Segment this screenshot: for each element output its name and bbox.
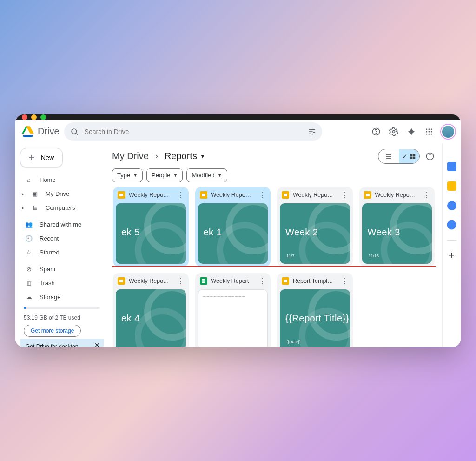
help-icon[interactable]: [370, 126, 382, 137]
file-thumbnail: — — — — — — — — — — — —: [198, 289, 268, 347]
file-thumbnail: Week 311/13: [362, 203, 432, 264]
chevron-down-icon: ▼: [200, 153, 205, 160]
sidebar-item-shared[interactable]: 👥Shared with me: [20, 218, 104, 232]
drive-logo[interactable]: Drive: [22, 126, 60, 137]
svg-point-0: [72, 129, 77, 134]
window-zoom[interactable]: [40, 114, 46, 120]
sidebar-item-home[interactable]: ⌂Home: [20, 173, 104, 187]
window-minimize[interactable]: [31, 114, 37, 120]
svg-point-11: [426, 133, 427, 134]
sidebar-item-mydrive[interactable]: ▸▣My Drive: [20, 187, 104, 201]
svg-point-10: [431, 131, 432, 132]
keep-icon[interactable]: [447, 181, 456, 191]
sidebar-item-label: Trash: [40, 280, 55, 287]
more-icon[interactable]: ⋮: [257, 277, 268, 286]
new-button[interactable]: New: [20, 148, 63, 167]
file-card[interactable]: Weekly Report Presen…⋮Week 311/13: [359, 187, 435, 267]
svg-point-7: [431, 128, 432, 130]
breadcrumb-parent[interactable]: My Drive: [112, 151, 149, 161]
search-bar[interactable]: [64, 122, 322, 141]
chevron-down-icon: ▼: [173, 173, 178, 178]
calendar-icon[interactable]: [447, 162, 456, 171]
sidebar-item-storage[interactable]: ☁Storage: [20, 290, 104, 304]
add-addon-icon[interactable]: +: [447, 251, 456, 260]
slides-icon: [282, 277, 289, 285]
apps-icon[interactable]: [423, 126, 435, 137]
info-icon[interactable]: [424, 151, 436, 162]
file-card[interactable]: Report Template⋮{{Report Title}}{{Date}}: [277, 273, 353, 347]
chip-modified[interactable]: Modified▼: [186, 168, 227, 182]
top-right-icons: [370, 125, 455, 139]
get-more-storage-button[interactable]: Get more storage: [24, 325, 81, 337]
desktop-promo: ✕ Get Drive for desktop Download: [20, 339, 104, 347]
contacts-icon[interactable]: [447, 220, 456, 230]
caret-icon: ▸: [22, 205, 24, 210]
chip-people[interactable]: People▼: [146, 168, 183, 182]
svg-point-12: [429, 133, 430, 134]
home-icon: ⌂: [25, 176, 33, 183]
drive-icon: [22, 126, 34, 137]
svg-point-20: [430, 154, 430, 155]
account-avatar[interactable]: [441, 125, 455, 139]
file-title: Report Template: [293, 278, 335, 284]
browser-window: Drive: [15, 114, 461, 347]
trash-icon: 🗑: [25, 280, 33, 287]
file-card[interactable]: Weekly Report Presen…⋮ek 4: [113, 273, 189, 347]
sidebar-item-starred[interactable]: ☆Starred: [20, 246, 104, 260]
settings-icon[interactable]: [388, 126, 399, 137]
file-card[interactable]: Weekly Report⋮— — — — — — — — — — — —: [195, 273, 271, 347]
star-icon: ☆: [25, 249, 33, 256]
more-icon[interactable]: ⋮: [175, 191, 186, 200]
file-thumbnail: Week 211/7: [280, 203, 350, 264]
promo-title: Get Drive for desktop: [26, 343, 98, 347]
shared-icon: 👥: [25, 221, 33, 228]
computer-icon: 🖥: [31, 204, 39, 211]
search-icon: [69, 126, 80, 137]
file-card[interactable]: Weekly Report Presen…⋮ek 1: [195, 187, 271, 267]
more-icon[interactable]: ⋮: [175, 277, 186, 286]
tasks-icon[interactable]: [447, 201, 456, 210]
sidebar-item-spam[interactable]: ⊘Spam: [20, 262, 104, 276]
search-input[interactable]: [85, 128, 302, 135]
svg-point-4: [393, 130, 395, 133]
file-thumbnail: {{Report Title}}{{Date}}: [280, 289, 350, 347]
file-title: Weekly Report Presen…: [293, 192, 335, 198]
svg-line-1: [76, 133, 77, 134]
close-icon[interactable]: ✕: [94, 341, 100, 347]
sidebar-item-recent[interactable]: 🕘Recent: [20, 232, 104, 246]
check-icon: ✓: [402, 153, 408, 160]
sidebar-item-label: Storage: [40, 294, 61, 301]
file-title: Weekly Report: [211, 278, 253, 284]
slides-icon: [118, 277, 125, 285]
drive-app: Drive: [15, 120, 461, 347]
filter-chips: Type▼ People▼ Modified▼: [112, 167, 436, 186]
more-icon[interactable]: ⋮: [257, 191, 268, 200]
file-card[interactable]: Weekly Report Presen…⋮ek 5: [113, 187, 189, 267]
gemini-icon[interactable]: [406, 126, 417, 137]
svg-point-5: [426, 128, 427, 130]
more-icon[interactable]: ⋮: [339, 191, 350, 200]
view-toggle: ✓: [378, 149, 420, 164]
topbar: Drive: [15, 120, 461, 143]
breadcrumb-current[interactable]: Reports ▼: [165, 151, 205, 161]
more-icon[interactable]: ⋮: [339, 277, 350, 286]
chip-type[interactable]: Type▼: [112, 168, 143, 182]
sidebar-item-label: Home: [40, 176, 56, 183]
sidebar-item-label: My Drive: [46, 190, 69, 197]
sheets-icon: [200, 277, 207, 285]
sidebar-item-trash[interactable]: 🗑Trash: [20, 276, 104, 290]
window-close[interactable]: [22, 114, 27, 120]
sidebar: New ⌂Home ▸▣My Drive ▸🖥Computers 👥Shared…: [15, 143, 108, 347]
list-view-button[interactable]: [378, 149, 399, 163]
sidebar-item-label: Spam: [40, 266, 55, 273]
svg-point-9: [429, 131, 430, 132]
file-thumbnail: ek 5: [116, 203, 186, 264]
search-options-icon[interactable]: [306, 126, 317, 137]
side-panel: + ›: [442, 143, 461, 347]
main-pane: My Drive › Reports ▼ ✓ Type▼: [108, 143, 442, 347]
app-name: Drive: [38, 126, 60, 137]
grid-view-button[interactable]: ✓: [399, 149, 419, 163]
file-card[interactable]: Weekly Report Presen…⋮Week 211/7: [277, 187, 353, 267]
sidebar-item-computers[interactable]: ▸🖥Computers: [20, 201, 104, 215]
more-icon[interactable]: ⋮: [421, 191, 432, 200]
